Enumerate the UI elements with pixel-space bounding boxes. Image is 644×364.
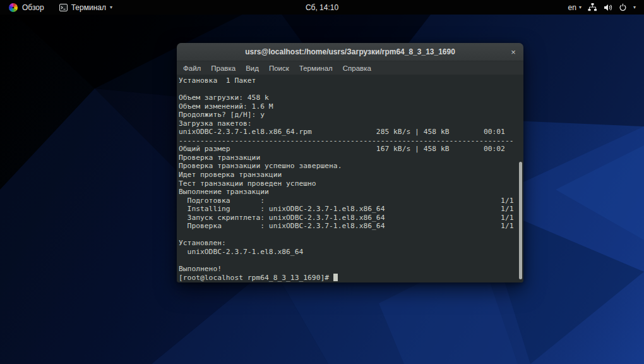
terminal-line: Установка 1 Пакет [179,76,523,85]
power-icon[interactable] [619,3,627,11]
menu-help[interactable]: Справка [338,63,376,73]
top-bar-left: Обзор Терминал ▾ [0,3,115,12]
chevron-down-icon: ▾ [633,5,636,10]
window-titlebar[interactable]: usrs@localhost:/home/usrs/Загрузки/rpm64… [177,43,523,61]
terminal-line: Установлен: [179,239,523,248]
terminal-line: Выполнение транзакции [179,188,523,197]
shell-prompt: [root@localhost rpm64_8_3_13_1690]# [179,274,333,282]
terminal-line: Installing : unixODBC-2.3.7-1.el8.x86_64… [179,205,523,214]
terminal-line: Выполнено! [179,265,523,274]
network-icon[interactable] [588,3,597,11]
keyboard-layout-label: en [568,3,576,12]
terminal-line: Проверка транзакции успешно завершена. [179,162,523,171]
distro-logo-icon [9,3,18,12]
terminal-line: Проверка : unixODBC-2.3.7-1.el8.x86_64 1… [179,222,523,231]
terminal-line [179,85,523,94]
clock-button[interactable]: Сб, 14:10 [306,3,338,12]
system-status-area[interactable]: en ▾ ▾ [568,3,644,12]
menu-edit[interactable]: Правка [206,63,241,73]
volume-icon[interactable] [604,4,612,11]
menu-search[interactable]: Поиск [264,63,294,73]
app-menu-label: Терминал [71,3,106,12]
terminal-app-icon [59,4,68,11]
close-icon[interactable]: × [508,46,519,58]
gnome-top-bar: Обзор Терминал ▾ Сб, 14:10 en ▾ [0,0,644,15]
terminal-line: ----------------------------------------… [179,136,523,145]
terminal-line: Запуск скриптлета: unixODBC-2.3.7-1.el8.… [179,214,523,222]
menu-view[interactable]: Вид [241,63,264,73]
terminal-window: usrs@localhost:/home/usrs/Загрузки/rpm64… [177,43,523,282]
terminal-line: Продолжить? [д/Н]: y [179,111,523,119]
terminal-line: Общий размер 167 kB/s | 458 kB 00:02 [179,145,523,154]
terminal-line: unixODBC-2.3.7-1.el8.x86_64 [179,248,523,257]
terminal-line [179,231,523,240]
chevron-down-icon: ▾ [110,5,112,10]
activities-label: Обзор [22,3,44,12]
terminal-line: Объем загрузки: 458 k [179,94,523,102]
menubar: Файл Правка Вид Поиск Терминал Справка [177,61,523,75]
terminal-cursor [333,274,338,281]
terminal-line: Объем изменений: 1.6 M [179,102,523,111]
terminal-line: Идет проверка транзакции [179,171,523,179]
terminal-line: unixODBC-2.3.7-1.el8.x86_64.rpm 285 kB/s… [179,128,523,136]
chevron-down-icon: ▾ [579,5,581,10]
scrollbar-thumb[interactable] [519,162,522,279]
menu-file[interactable]: Файл [178,63,206,73]
terminal-screen[interactable]: Установка 1 Пакет Объем загрузки: 458 k … [177,75,523,282]
window-title: usrs@localhost:/home/usrs/Загрузки/rpm64… [245,47,455,56]
terminal-line: Тест транзакции проведен успешно [179,179,523,188]
terminal-line: Загрузка пакетов: [179,119,523,128]
menu-terminal[interactable]: Терминал [294,63,338,73]
terminal-line: Проверка транзакции [179,154,523,162]
keyboard-layout-button[interactable]: en ▾ [568,3,581,12]
terminal-line [179,256,523,265]
terminal-prompt-line: [root@localhost rpm64_8_3_13_1690]# [179,274,523,282]
app-menu-button[interactable]: Терминал ▾ [57,3,115,12]
terminal-line: Подготовка : 1/1 [179,197,523,205]
activities-button[interactable]: Обзор [6,3,47,12]
